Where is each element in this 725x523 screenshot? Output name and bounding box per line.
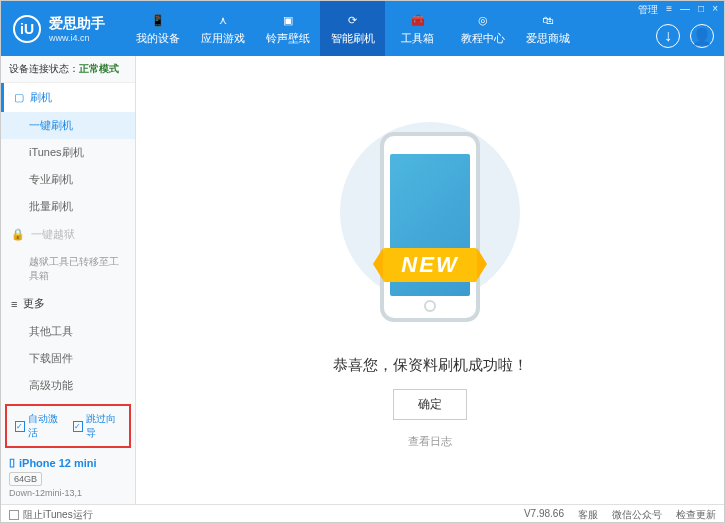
footer: 阻止iTunes运行 V7.98.66 客服 微信公众号 检查更新: [1, 504, 724, 523]
hamburger-icon: ≡: [11, 298, 17, 310]
section-jailbreak[interactable]: 🔒 一键越狱: [1, 220, 135, 249]
checkbox-auto-activate[interactable]: ✓自动激活: [15, 412, 63, 440]
logo-icon: iU: [13, 15, 41, 43]
status-label: 设备连接状态：: [9, 63, 79, 74]
tab-label: 工具箱: [401, 31, 434, 46]
checkbox-block-itunes[interactable]: 阻止iTunes运行: [9, 508, 93, 522]
phone-illustration: [380, 132, 480, 322]
device-icon: ▯: [9, 456, 15, 469]
tab-label: 铃声壁纸: [266, 31, 310, 46]
tab-label: 我的设备: [136, 31, 180, 46]
account-button[interactable]: 👤: [690, 24, 714, 48]
section-label: 刷机: [30, 90, 52, 105]
main-content: NEW 恭喜您，保资料刷机成功啦！ 确定 查看日志: [136, 56, 724, 504]
sidebar-item-batch-flash[interactable]: 批量刷机: [1, 193, 135, 220]
maximize-button[interactable]: □: [698, 3, 704, 17]
app-name: 爱思助手: [49, 15, 105, 33]
lock-icon: 🔒: [11, 228, 25, 241]
app-header: iU 爱思助手 www.i4.cn 📱我的设备 ⋏应用游戏 ▣铃声壁纸 ⟳智能刷…: [1, 1, 724, 56]
sidebar-item-pro-flash[interactable]: 专业刷机: [1, 166, 135, 193]
tab-my-device[interactable]: 📱我的设备: [125, 1, 190, 56]
checkbox-label: 阻止iTunes运行: [23, 508, 93, 522]
phone-icon: 📱: [149, 11, 167, 29]
nav-tabs: 📱我的设备 ⋏应用游戏 ▣铃声壁纸 ⟳智能刷机 🧰工具箱 ◎教程中心 🛍爱思商城: [125, 1, 580, 56]
section-label: 更多: [23, 296, 45, 311]
success-message: 恭喜您，保资料刷机成功啦！: [333, 356, 528, 375]
view-log-link[interactable]: 查看日志: [408, 434, 452, 449]
close-button[interactable]: ×: [712, 3, 718, 17]
sidebar: 设备连接状态：正常模式 ▢ 刷机 一键刷机 iTunes刷机 专业刷机 批量刷机…: [1, 56, 136, 504]
header-right-buttons: ↓ 👤: [656, 24, 714, 48]
logo-area: iU 爱思助手 www.i4.cn: [1, 15, 117, 43]
tutorial-icon: ◎: [474, 11, 492, 29]
check-icon: ✓: [73, 421, 83, 432]
connection-status: 设备连接状态：正常模式: [1, 56, 135, 83]
checkbox-label: 跳过向导: [86, 412, 121, 440]
section-label: 一键越狱: [31, 227, 75, 242]
tab-label: 爱思商城: [526, 31, 570, 46]
tab-ringtones[interactable]: ▣铃声壁纸: [255, 1, 320, 56]
wechat-link[interactable]: 微信公众号: [612, 508, 662, 522]
tab-store[interactable]: 🛍爱思商城: [515, 1, 580, 56]
sidebar-item-itunes-flash[interactable]: iTunes刷机: [1, 139, 135, 166]
wallpaper-icon: ▣: [279, 11, 297, 29]
version-label: V7.98.66: [524, 508, 564, 522]
user-icon: 👤: [692, 27, 712, 46]
tab-toolbox[interactable]: 🧰工具箱: [385, 1, 450, 56]
app-url: www.i4.cn: [49, 33, 105, 43]
window-controls: 管理 ≡ — □ ×: [638, 3, 718, 17]
section-flash[interactable]: ▢ 刷机: [1, 83, 135, 112]
device-name: ▯iPhone 12 mini: [9, 456, 127, 469]
flash-icon: ⟳: [344, 11, 362, 29]
tab-apps[interactable]: ⋏应用游戏: [190, 1, 255, 56]
tab-label: 应用游戏: [201, 31, 245, 46]
store-icon: 🛍: [539, 11, 557, 29]
menu-button[interactable]: ≡: [666, 3, 672, 17]
tab-label: 教程中心: [461, 31, 505, 46]
options-highlight-box: ✓自动激活 ✓跳过向导: [5, 404, 131, 448]
device-capacity: 64GB: [9, 472, 42, 486]
minimize-button[interactable]: —: [680, 3, 690, 17]
sidebar-item-advanced[interactable]: 高级功能: [1, 372, 135, 399]
manage-button[interactable]: 管理: [638, 3, 658, 17]
check-icon: ✓: [15, 421, 25, 432]
tab-label: 智能刷机: [331, 31, 375, 46]
download-button[interactable]: ↓: [656, 24, 680, 48]
download-icon: ↓: [664, 27, 672, 45]
sidebar-item-oneclick-flash[interactable]: 一键刷机: [1, 112, 135, 139]
tab-flash[interactable]: ⟳智能刷机: [320, 1, 385, 56]
checkbox-label: 自动激活: [28, 412, 63, 440]
device-block[interactable]: ▯iPhone 12 mini 64GB Down-12mini-13,1: [1, 450, 135, 504]
sidebar-item-download-firmware[interactable]: 下载固件: [1, 345, 135, 372]
success-illustration: NEW: [340, 112, 520, 342]
sidebar-item-other-tools[interactable]: 其他工具: [1, 318, 135, 345]
customer-service-link[interactable]: 客服: [578, 508, 598, 522]
jailbreak-notice: 越狱工具已转移至工具箱: [1, 249, 135, 289]
check-update-link[interactable]: 检查更新: [676, 508, 716, 522]
checkbox-skip-guide[interactable]: ✓跳过向导: [73, 412, 121, 440]
checkbox-icon: [9, 510, 19, 520]
device-model-info: Down-12mini-13,1: [9, 488, 127, 498]
new-ribbon: NEW: [383, 248, 476, 282]
toolbox-icon: 🧰: [409, 11, 427, 29]
status-value: 正常模式: [79, 63, 119, 74]
phone-outline-icon: ▢: [14, 91, 24, 104]
apps-icon: ⋏: [214, 11, 232, 29]
section-more[interactable]: ≡ 更多: [1, 289, 135, 318]
confirm-button[interactable]: 确定: [393, 389, 467, 420]
tab-tutorials[interactable]: ◎教程中心: [450, 1, 515, 56]
